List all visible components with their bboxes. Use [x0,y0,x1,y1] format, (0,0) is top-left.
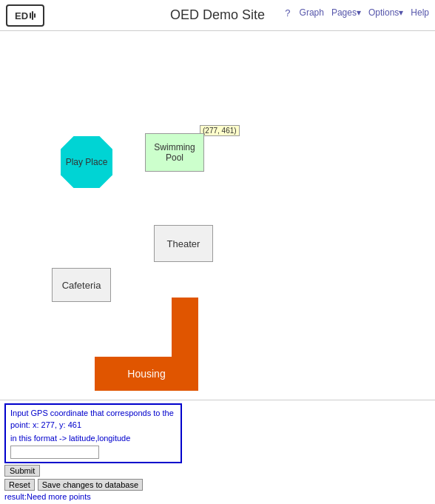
cafeteria-shape[interactable]: Cafeteria [52,268,111,302]
submit-button[interactable]: Submit [4,465,40,477]
nav-help-link[interactable]: Help [411,7,429,19]
gps-instruction: Input GPS coordinate that corresponds to… [10,408,176,431]
result-prefix: result: [4,492,27,501]
swimming-pool-shape[interactable]: Swimming Pool [145,133,204,172]
gps-format-hint: in this format -> latitude,longitude [10,434,176,443]
nav-question-icon: ? [285,7,290,19]
button-row: Reset Save changes to database [4,479,431,491]
reset-button[interactable]: Reset [4,479,35,491]
gps-coordinate-input[interactable] [10,446,99,459]
nav-graph-link[interactable]: Graph [300,7,324,19]
logo: ED [6,4,44,27]
bottom-panel: Input GPS coordinate that corresponds to… [0,400,435,504]
logo-speaker [30,11,36,20]
nav-bar: ? Graph Pages▾ Options▾ Help [285,7,429,19]
gps-form-container: Input GPS coordinate that corresponds to… [4,403,182,463]
result-text: result:Need more points [4,492,431,501]
save-database-button[interactable]: Save changes to database [38,479,143,491]
swimming-pool-label: Swimming Pool [146,142,203,164]
housing-label: Housing [127,368,165,380]
theater-label: Theater [167,238,200,249]
play-place-shape[interactable]: Play Place [61,136,112,188]
nav-options-link[interactable]: Options▾ [368,7,403,19]
coord-tooltip: (277, 461) [200,125,240,136]
cafeteria-label: Cafeteria [62,280,101,291]
header: ED OED Demo Site ? Graph Pages▾ Options▾… [0,0,435,31]
housing-shape[interactable]: Housing [95,357,198,391]
theater-shape[interactable]: Theater [154,225,213,262]
canvas-area: (277, 461) Play Place Swimming Pool Thea… [0,31,435,431]
page-title: OED Demo Site [170,7,265,23]
result-message: Need more points [27,492,91,501]
play-place-label: Play Place [66,157,108,167]
logo-text: ED [15,10,28,21]
nav-pages-link[interactable]: Pages▾ [331,7,361,19]
